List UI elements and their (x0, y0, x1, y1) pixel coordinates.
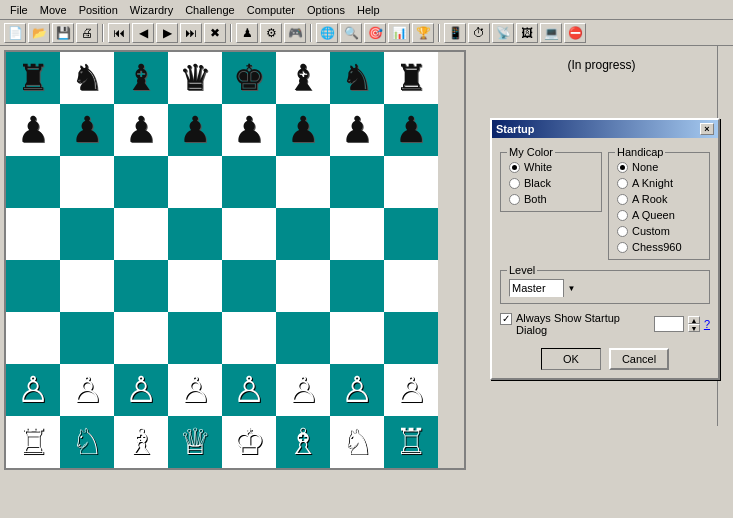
cell-r7-c0[interactable]: ♖ (6, 416, 60, 468)
cell-r6-c7[interactable]: ♙ (384, 364, 438, 416)
toolbar-screen[interactable]: 🖼 (516, 23, 538, 43)
cell-r0-c6[interactable]: ♞ (330, 52, 384, 104)
cell-r1-c5[interactable]: ♟ (276, 104, 330, 156)
toolbar-web[interactable]: 🌐 (316, 23, 338, 43)
cell-r3-c3[interactable] (168, 208, 222, 260)
level-select[interactable]: Beginner Easy Intermediate Master Expert (509, 279, 579, 297)
cell-r6-c1[interactable]: ♙ (60, 364, 114, 416)
cell-r2-c7[interactable] (384, 156, 438, 208)
startup-dialog[interactable]: Startup × My Color White (490, 118, 720, 380)
radio-both[interactable]: Both (509, 193, 593, 205)
toolbar-mobile[interactable]: 📱 (444, 23, 466, 43)
cell-r5-c4[interactable] (222, 312, 276, 364)
cell-r2-c1[interactable] (60, 156, 114, 208)
toolbar-timer[interactable]: ⏱ (468, 23, 490, 43)
menu-options[interactable]: Options (301, 3, 351, 17)
toolbar-print[interactable]: 🖨 (76, 23, 98, 43)
radio-both-input[interactable] (509, 194, 520, 205)
help-link[interactable]: ? (704, 318, 710, 330)
cell-r5-c0[interactable] (6, 312, 60, 364)
radio-chess960-input[interactable] (617, 242, 628, 253)
toolbar-last[interactable]: ⏭ (180, 23, 202, 43)
cell-r7-c3[interactable]: ♕ (168, 416, 222, 468)
cell-r2-c6[interactable] (330, 156, 384, 208)
cell-r5-c7[interactable] (384, 312, 438, 364)
always-show-checkbox[interactable] (500, 313, 512, 325)
cell-r4-c6[interactable] (330, 260, 384, 312)
cell-r1-c7[interactable]: ♟ (384, 104, 438, 156)
cell-r1-c2[interactable]: ♟ (114, 104, 168, 156)
cell-r0-c7[interactable]: ♜ (384, 52, 438, 104)
toolbar-next[interactable]: ▶ (156, 23, 178, 43)
cell-r4-c2[interactable] (114, 260, 168, 312)
cell-r4-c3[interactable] (168, 260, 222, 312)
cell-r2-c2[interactable] (114, 156, 168, 208)
cell-r1-c1[interactable]: ♟ (60, 104, 114, 156)
cell-r0-c1[interactable]: ♞ (60, 52, 114, 104)
cell-r5-c2[interactable] (114, 312, 168, 364)
cell-r1-c3[interactable]: ♟ (168, 104, 222, 156)
cell-r5-c5[interactable] (276, 312, 330, 364)
cell-r4-c1[interactable] (60, 260, 114, 312)
cell-r2-c0[interactable] (6, 156, 60, 208)
ok-button[interactable]: OK (541, 348, 601, 370)
spin-input[interactable] (654, 316, 684, 332)
cell-r5-c3[interactable] (168, 312, 222, 364)
cell-r3-c5[interactable] (276, 208, 330, 260)
menu-move[interactable]: Move (34, 3, 73, 17)
radio-knight-input[interactable] (617, 178, 628, 189)
toolbar-prev[interactable]: ◀ (132, 23, 154, 43)
cell-r6-c5[interactable]: ♙ (276, 364, 330, 416)
cell-r7-c6[interactable]: ♘ (330, 416, 384, 468)
menu-challenge[interactable]: Challenge (179, 3, 241, 17)
toolbar-piece[interactable]: ♟ (236, 23, 258, 43)
menu-wizardry[interactable]: Wizardry (124, 3, 179, 17)
cell-r1-c6[interactable]: ♟ (330, 104, 384, 156)
always-show-checkbox-row[interactable]: Always Show Startup Dialog (500, 312, 654, 336)
radio-none[interactable]: None (617, 161, 701, 173)
cell-r3-c1[interactable] (60, 208, 114, 260)
cell-r7-c4[interactable]: ♔ (222, 416, 276, 468)
radio-custom[interactable]: Custom (617, 225, 701, 237)
cell-r2-c3[interactable] (168, 156, 222, 208)
cell-r0-c5[interactable]: ♝ (276, 52, 330, 104)
cell-r4-c4[interactable] (222, 260, 276, 312)
cell-r6-c3[interactable]: ♙ (168, 364, 222, 416)
radio-black[interactable]: Black (509, 177, 593, 189)
cell-r7-c1[interactable]: ♘ (60, 416, 114, 468)
radio-none-input[interactable] (617, 162, 628, 173)
toolbar-trophy[interactable]: 🏆 (412, 23, 434, 43)
toolbar-search[interactable]: 🔍 (340, 23, 362, 43)
cell-r0-c4[interactable]: ♚ (222, 52, 276, 104)
radio-rook-input[interactable] (617, 194, 628, 205)
cell-r6-c4[interactable]: ♙ (222, 364, 276, 416)
toolbar-stats[interactable]: 📊 (388, 23, 410, 43)
cell-r4-c0[interactable] (6, 260, 60, 312)
cell-r7-c7[interactable]: ♖ (384, 416, 438, 468)
toolbar-new[interactable]: 📄 (4, 23, 26, 43)
dialog-close-button[interactable]: × (700, 123, 714, 135)
toolbar-save[interactable]: 💾 (52, 23, 74, 43)
spin-up-button[interactable]: ▲ (688, 316, 700, 324)
radio-queen[interactable]: A Queen (617, 209, 701, 221)
toolbar-close[interactable]: ⛔ (564, 23, 586, 43)
radio-queen-input[interactable] (617, 210, 628, 221)
radio-knight[interactable]: A Knight (617, 177, 701, 189)
cell-r6-c2[interactable]: ♙ (114, 364, 168, 416)
toolbar-stop[interactable]: ✖ (204, 23, 226, 43)
menu-help[interactable]: Help (351, 3, 386, 17)
toolbar-computer[interactable]: 💻 (540, 23, 562, 43)
cell-r2-c4[interactable] (222, 156, 276, 208)
cell-r7-c2[interactable]: ♗ (114, 416, 168, 468)
toolbar-game[interactable]: 🎮 (284, 23, 306, 43)
radio-custom-input[interactable] (617, 226, 628, 237)
menu-computer[interactable]: Computer (241, 3, 301, 17)
cell-r4-c5[interactable] (276, 260, 330, 312)
radio-black-input[interactable] (509, 178, 520, 189)
cell-r5-c6[interactable] (330, 312, 384, 364)
cell-r2-c5[interactable] (276, 156, 330, 208)
menu-file[interactable]: File (4, 3, 34, 17)
cell-r1-c4[interactable]: ♟ (222, 104, 276, 156)
toolbar-settings[interactable]: ⚙ (260, 23, 282, 43)
toolbar-first[interactable]: ⏮ (108, 23, 130, 43)
